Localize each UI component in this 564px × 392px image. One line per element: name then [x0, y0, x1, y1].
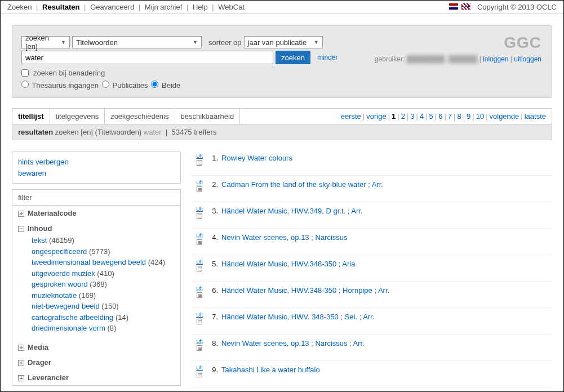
document-icon	[197, 239, 202, 245]
document-icon	[197, 319, 202, 324]
uft-link[interactable]: Uft	[192, 233, 207, 238]
result-title-link[interactable]: Händel Water Music, HWV.348-350 ; Aria	[221, 260, 355, 268]
login-link[interactable]: inloggen	[483, 55, 508, 63]
hints-hide-link[interactable]: hints verbergen	[18, 157, 175, 168]
result-item: Uft 9. Takahashi Like a water buffalo	[192, 363, 552, 387]
pager-page[interactable]: 6	[438, 112, 442, 121]
facet-value[interactable]: gesproken woord (368)	[32, 279, 175, 290]
result-number: 3.	[207, 207, 221, 215]
pager-page[interactable]: 10	[476, 112, 484, 121]
pager-page[interactable]: 3	[410, 112, 414, 121]
mode-dropdown[interactable]: zoeken [en]▼	[21, 36, 70, 48]
result-number: 6.	[207, 286, 221, 295]
flag-nl-icon[interactable]	[449, 3, 458, 10]
nav-geavanceerd[interactable]: Geavanceerd	[90, 3, 134, 11]
nav-resultaten[interactable]: Resultaten	[42, 3, 79, 11]
pager-page[interactable]: 2	[401, 112, 405, 121]
pager-page[interactable]: 9	[467, 112, 470, 121]
facet-value[interactable]: tweedimensionaal bewegend beeld (424)	[32, 257, 175, 268]
pager-page[interactable]: 8	[457, 112, 461, 121]
radio-beide[interactable]: Beide	[151, 81, 180, 90]
user-line: gebruiker: ████████, ██████ | inloggen |…	[375, 55, 541, 63]
nav-webcat[interactable]: WebCat	[218, 3, 245, 11]
result-item: Uft 8. Nevin Water scenes, op.13 ; Narci…	[192, 337, 552, 361]
minder-link[interactable]: minder	[317, 54, 338, 61]
result-number: 5.	[207, 260, 221, 268]
facet-header[interactable]: −Inhoud	[18, 224, 175, 233]
result-number: 2.	[207, 180, 221, 189]
result-item: Uft 10. Takemitsu I hear the water dream…	[192, 390, 552, 392]
result-title-link[interactable]: Cadman From the land of the sky-blue wat…	[221, 180, 383, 189]
uft-link[interactable]: Uft	[192, 180, 207, 185]
logo: GGC	[504, 34, 541, 52]
tab-zoekgeschiedenis[interactable]: zoekgeschiedenis	[105, 109, 175, 124]
result-title-link[interactable]: Händel Water Music, HWV.349, D gr.t. ; A…	[221, 207, 362, 215]
search-button[interactable]: zoeken	[276, 51, 310, 64]
result-item: Uft 2. Cadman From the land of the sky-b…	[192, 178, 552, 202]
uft-link[interactable]: Uft	[192, 313, 207, 318]
facet-value[interactable]: driedimensionale vorm (8)	[32, 323, 175, 334]
facet-value[interactable]: muzieknotatie (169)	[32, 290, 175, 301]
result-title-link[interactable]: Händel Water Music, HWV.348-350 ; Hornpi…	[221, 286, 389, 295]
chevron-down-icon: ▼	[193, 39, 198, 45]
document-icon	[197, 213, 202, 219]
uft-link[interactable]: Uft	[192, 154, 207, 159]
logout-link[interactable]: uitloggen	[514, 55, 541, 63]
pager-prev[interactable]: vorige	[366, 112, 386, 121]
result-title-link[interactable]: Takahashi Like a water buffalo	[221, 366, 320, 374]
facet-header[interactable]: +Leverancier	[18, 373, 175, 382]
radio-publicaties[interactable]: Publicaties	[102, 81, 148, 90]
facet-value[interactable]: cartografische afbeelding (14)	[32, 312, 175, 323]
facet-header[interactable]: +Materiaalcode	[18, 209, 175, 217]
copyright-text: Copyright © 2013 OCLC	[477, 3, 557, 11]
document-icon	[197, 372, 202, 377]
result-number: 7.	[207, 313, 221, 321]
document-icon	[197, 186, 202, 192]
document-icon	[197, 292, 202, 298]
flag-en-icon[interactable]	[461, 3, 470, 10]
sort-dropdown[interactable]: jaar van publicatie▼	[244, 36, 323, 48]
facet-value[interactable]: ongespecificeerd (5773)	[32, 246, 175, 257]
facet-header[interactable]: +Drager	[18, 358, 175, 367]
uft-link[interactable]: Uft	[192, 339, 207, 344]
approx-checkbox[interactable]	[21, 69, 29, 77]
tab-titellijst[interactable]: titellijst	[12, 109, 50, 124]
field-dropdown[interactable]: Titelwoorden▼	[72, 36, 202, 48]
nav-help[interactable]: Help	[193, 3, 208, 11]
result-title-link[interactable]: Rowley Water colours	[221, 154, 292, 162]
result-title-link[interactable]: Nevin Water scenes, op.13 ; Narcissus ; …	[221, 339, 365, 348]
pager-page[interactable]: 4	[420, 112, 424, 121]
user-name: ████████, ██████	[407, 55, 478, 63]
tab-titelgegevens[interactable]: titelgegevens	[50, 109, 105, 124]
facet-value[interactable]: tekst (46159)	[32, 235, 175, 246]
result-number: 8.	[207, 339, 221, 348]
pager-page[interactable]: 5	[429, 112, 433, 121]
result-title-link[interactable]: Händel Water Music, HWV. 348-350 ; Sel. …	[221, 313, 374, 321]
facet-value[interactable]: niet-bewegend beeld (150)	[32, 301, 175, 312]
pager-last[interactable]: laatste	[525, 112, 546, 121]
filter-header: filter	[12, 190, 180, 206]
document-icon	[197, 160, 202, 166]
result-item: Uft 4. Nevin Water scenes, op.13 ; Narci…	[192, 231, 552, 255]
uft-link[interactable]: Uft	[192, 366, 207, 371]
pager-page[interactable]: 7	[448, 112, 452, 121]
plus-icon: +	[18, 211, 24, 217]
nav-archief[interactable]: Mijn archief	[145, 3, 182, 11]
pager-first[interactable]: eerste	[341, 112, 361, 121]
result-number: 9.	[207, 366, 221, 374]
pager-page-current: 1	[392, 112, 396, 121]
save-link[interactable]: bewaren	[18, 168, 175, 179]
result-title-link[interactable]: Nevin Water scenes, op.13 ; Narcissus	[221, 233, 348, 242]
pager-next[interactable]: volgende	[490, 112, 519, 121]
result-summary: resultaten zoeken [en] (Titelwoorden) wa…	[12, 124, 552, 140]
uft-link[interactable]: Uft	[192, 207, 207, 212]
tab-beschikbaarheid[interactable]: beschikbaarheid	[175, 109, 241, 124]
radio-thesaurus[interactable]: Thesaurus ingangen	[21, 81, 99, 90]
top-nav: Zoeken | Resultaten | Geavanceerd | Mijn…	[7, 3, 245, 11]
facet-header[interactable]: +Media	[18, 343, 175, 351]
search-input[interactable]	[21, 51, 273, 64]
uft-link[interactable]: Uft	[192, 286, 207, 291]
facet-value[interactable]: uitgevoerde muziek (410)	[32, 268, 175, 279]
nav-zoeken[interactable]: Zoeken	[7, 3, 32, 11]
uft-link[interactable]: Uft	[192, 260, 207, 265]
